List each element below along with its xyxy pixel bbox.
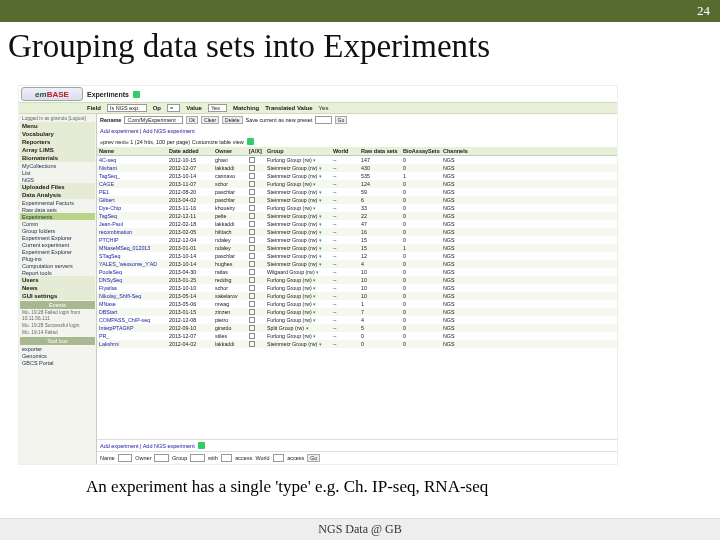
cell-name[interactable]: COMPASS_ChIP-seq [97,317,167,324]
table-row[interactable]: Dye-Chip2013-11-16khoueiryFurlong Group … [97,204,617,212]
table-row[interactable]: STagSeq2013-10-14paschlarSteinmetz Group… [97,252,617,260]
cell-checkbox[interactable] [247,293,265,300]
cell-name[interactable]: Flyatlas [97,285,167,292]
go-button[interactable]: Go [335,116,348,124]
cell-checkbox[interactable] [247,285,265,292]
preset-name[interactable]: Com/MyExperiment [124,116,182,124]
table-row[interactable]: Nikolay_ShIfl-Seq2013-05-14sakelarovFurl… [97,292,617,300]
cell-name[interactable]: MNaseMSeq_012013 [97,245,167,252]
cell-checkbox[interactable] [247,205,265,212]
cell-name[interactable]: PTCHIP [97,237,167,244]
cell-name[interactable]: CAGE [97,181,167,188]
cell-name[interactable]: Jean-Paul [97,221,167,228]
tool-item[interactable]: Genomics [20,352,95,359]
cell-checkbox[interactable] [247,157,265,164]
cell-name[interactable]: TagSeq [97,213,167,220]
cell-checkbox[interactable] [247,277,265,284]
sidebar-item[interactable]: Comm [20,220,95,227]
cell-name[interactable]: recombination [97,229,167,236]
cell-name[interactable]: DBStart [97,309,167,316]
cell-checkbox[interactable] [247,245,265,252]
tool-item[interactable]: exporter [20,345,95,352]
customize-icon[interactable] [247,138,254,145]
cell-name[interactable]: MNase [97,301,167,308]
table-row[interactable]: PE12012-08-20paschlarSteinmetz Group (rw… [97,188,617,196]
col-world[interactable]: World [331,148,359,154]
cell-checkbox[interactable] [247,317,265,324]
pager-text[interactable]: «prev next» 1 (24 hits, 100 per page) Cu… [100,139,244,145]
delete-button[interactable]: Delete [222,116,242,124]
preset-new-name[interactable] [315,116,331,124]
cell-checkbox[interactable] [247,197,265,204]
cell-checkbox[interactable] [247,165,265,172]
sidebar-item[interactable]: Plug-ins [20,255,95,262]
table-row[interactable]: InterpPTAGKP2012-09-10girardoSplit Group… [97,324,617,332]
cell-name[interactable]: PE1 [97,189,167,196]
sidebar-item[interactable]: Report tools [20,269,95,276]
filter-op[interactable]: = [167,104,180,112]
cell-checkbox[interactable] [247,253,265,260]
table-row[interactable]: TagSeq2012-12-11pelteSteinmetz Group (rw… [97,212,617,220]
table-row[interactable]: COMPASS_ChIP-seq2012-12-08pietroFurlong … [97,316,617,324]
add-experiment-link[interactable]: Add experiment | Add NGS experiment [100,443,195,449]
table-row[interactable]: Jean-Paul2012-02-18lakkaddiSteinmetz Gro… [97,220,617,228]
cell-checkbox[interactable] [247,173,265,180]
sidebar-item[interactable]: Raw data sets [20,206,95,213]
cell-name[interactable]: InterpPTAGKP [97,325,167,332]
sidebar-item[interactable]: MyCollections [20,162,95,169]
cell-name[interactable]: Nishant [97,165,167,172]
flt-world[interactable] [273,454,285,462]
table-row[interactable]: PooleSeq2013-04-30ratlasWilgaard Group (… [97,268,617,276]
ok-button[interactable]: Ok [186,116,198,124]
cell-name[interactable]: STagSeq [97,253,167,260]
cell-checkbox[interactable] [247,221,265,228]
table-row[interactable]: TagSeq_2013-10-14cannavoSteinmetz Group … [97,172,617,180]
col-raw[interactable]: Raw data sets [359,148,401,154]
clear-button[interactable]: Clear [201,116,219,124]
cell-name[interactable]: Gilbert [97,197,167,204]
table-row[interactable]: YALES_'weosome_Y'AD2013-10-14hughesStein… [97,260,617,268]
cell-checkbox[interactable] [247,189,265,196]
table-row[interactable]: Lakshmi2012-04-02lakkaddiSteinmetz Group… [97,340,617,348]
cell-checkbox[interactable] [247,181,265,188]
sidebar-item[interactable]: Experiment Explorer [20,234,95,241]
table-row[interactable]: MNase2013-05-06mwagFurlong Group (rw) ▾-… [97,300,617,308]
flt-group[interactable] [190,454,205,462]
sidebar-item[interactable]: Experimental Factors [20,199,95,206]
cell-name[interactable]: PR_ [97,333,167,340]
cell-name[interactable]: DNSySeq [97,277,167,284]
table-row[interactable]: 4C-seq2012-10-15ghaviFurlong Group (rw) … [97,156,617,164]
cell-name[interactable]: TagSeq_ [97,173,167,180]
sidebar-item[interactable]: Experiment Explorer [20,248,95,255]
add-icon[interactable] [198,442,205,449]
sidebar-item[interactable]: NGS [20,176,95,183]
cell-checkbox[interactable] [247,301,265,308]
cell-checkbox[interactable] [247,237,265,244]
cell-checkbox[interactable] [247,229,265,236]
col-name[interactable]: Name [97,148,167,154]
table-row[interactable]: PR_2013-12-07stilesFurlong Group (rw) ▾-… [97,332,617,340]
cell-checkbox[interactable] [247,341,265,348]
cell-name[interactable]: Dye-Chip [97,205,167,212]
col-date[interactable]: Date added [167,148,213,154]
col-group[interactable]: Group [265,148,331,154]
cell-checkbox[interactable] [247,325,265,332]
sidebar-item[interactable]: Experiments [20,213,95,220]
col-chan[interactable]: Channels [441,148,473,154]
col-ax[interactable]: [A/X] [247,148,265,154]
filter-value[interactable]: Yes [208,104,227,112]
col-owner[interactable]: Owner [213,148,247,154]
table-row[interactable]: DNSySeq2013-01-25reddngFurlong Group (rw… [97,276,617,284]
flt-with[interactable] [221,454,233,462]
sidebar-item[interactable]: Group folders [20,227,95,234]
sidebar-item[interactable]: List [20,169,95,176]
go-button[interactable]: Go [307,454,320,462]
table-row[interactable]: DBStart2013-01-15zinzenFurlong Group (rw… [97,308,617,316]
cell-checkbox[interactable] [247,309,265,316]
table-row[interactable]: Flyatlas2013-10-10schorFurlong Group (rw… [97,284,617,292]
sidebar-item[interactable]: Current experiment [20,241,95,248]
cell-name[interactable]: 4C-seq [97,157,167,164]
flt-name[interactable] [118,454,133,462]
table-row[interactable]: CAGE2013-11-07schorFurlong Group (rw) ▾-… [97,180,617,188]
cell-checkbox[interactable] [247,261,265,268]
